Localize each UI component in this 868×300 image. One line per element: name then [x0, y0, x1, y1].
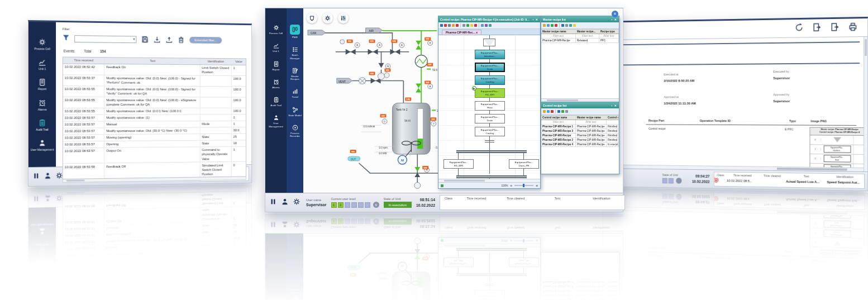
sidebar-item-process-recorder[interactable]: Process Recorder: [287, 121, 303, 142]
extended-filter-button[interactable]: Extended filter...: [189, 37, 222, 44]
sidebar-item-pid[interactable]: P&ID: [287, 21, 303, 42]
list-item[interactable]: Pharma-CIP-MR-Recipe Released PFC: [541, 39, 619, 43]
export-report-button[interactable]: [812, 22, 821, 34]
sidebar-item-batch-manager[interactable]: Batch Manager: [287, 42, 303, 64]
sfc-step[interactable]: EquipmentPha...Drain: [475, 114, 505, 123]
pause-button[interactable]: [269, 198, 277, 208]
filter-row[interactable]: Filter text Filter text: [541, 120, 619, 125]
toolbar-icon[interactable]: [452, 24, 455, 27]
list-item[interactable]: Pharma-CIP-MR-Recipe 2Pharma-CIP-MR-Reci…: [541, 138, 619, 142]
alarm-row[interactable]: 10.02.2022 08:5... Actual Speed Low A...…: [714, 178, 864, 185]
sidebar-item-process-cell[interactable]: Process Cell: [265, 21, 287, 39]
sidebar-item-report[interactable]: Report: [28, 74, 56, 94]
import-button[interactable]: [154, 36, 161, 44]
toolbar-icon[interactable]: [565, 24, 568, 27]
toolbar-icon[interactable]: [547, 110, 550, 113]
filter-row[interactable]: Filter text Filter text Filter text: [541, 34, 619, 39]
save-filter-button[interactable]: [141, 36, 149, 44]
list-item[interactable]: Pharma-CIP-MR-Recipe 3Pharma-CIP-MR-Reci…: [541, 129, 619, 134]
user-button[interactable]: [281, 198, 289, 208]
list-item[interactable]: Pharma-CIP-MR-Recipe 1Pharma-CIP-MR-Reci…: [541, 125, 619, 129]
toolbar-icon[interactable]: [573, 24, 576, 27]
export-all-button[interactable]: [830, 22, 840, 34]
toolbar-icon[interactable]: [557, 110, 560, 113]
sidebar-item-alarms[interactable]: Alarms: [265, 75, 287, 93]
sidebar-item-alarms[interactable]: Alarms: [28, 95, 56, 115]
sidebar-item-audit-trail[interactable]: Audit Trail: [265, 93, 287, 111]
sfc-step-selected[interactable]: EquipmentPha...Drain: [475, 63, 505, 72]
sfc-step[interactable]: EquipmentPha...Heat: [475, 101, 505, 111]
horizontal-scrollbar[interactable]: [438, 179, 540, 182]
filter-combobox[interactable]: [74, 35, 136, 43]
list-item[interactable]: Pharma-CIP-MR-Recipe 4Pharma-CIP-MR-Reci…: [541, 142, 619, 147]
toolbar-icon[interactable]: [485, 24, 488, 27]
refresh-button[interactable]: [795, 22, 804, 34]
sfc-step-active[interactable]: EquipmentPha...Fill_WFI: [475, 88, 505, 98]
zoom-slider[interactable]: [514, 185, 533, 186]
settings-button[interactable]: [293, 198, 301, 208]
export-button[interactable]: [165, 36, 173, 44]
toolbar-icon[interactable]: [474, 24, 477, 27]
toolbar-icon[interactable]: [444, 24, 447, 27]
toolbar-icon[interactable]: [569, 24, 572, 27]
zoom-in-icon[interactable]: ⊕: [536, 184, 538, 187]
list-item[interactable]: Pharma-CIP-MR-RecipePharma-CIP-MR-Recipe…: [541, 134, 619, 138]
toolbar-icon[interactable]: [551, 24, 554, 27]
sfc-step[interactable]: EquipmentPha...Cooling: [475, 75, 505, 85]
toolbar-icon[interactable]: [561, 110, 564, 113]
toolbar-icon[interactable]: [481, 24, 484, 27]
toolbar-icon[interactable]: [547, 24, 550, 27]
settings-button[interactable]: [322, 13, 333, 23]
print-button[interactable]: [848, 22, 858, 34]
window-buttons[interactable]: ▪ ✕: [612, 104, 617, 107]
zoom-out-icon[interactable]: ⊖: [510, 184, 512, 187]
delete-button[interactable]: [178, 36, 185, 44]
master-recipe-titlebar[interactable]: Master recipe list ▪ ✕: [541, 16, 619, 22]
sidebar-item-state-model[interactable]: State Model: [287, 103, 303, 121]
vertical-scrollbar[interactable]: [864, 37, 867, 172]
toolbar-icon[interactable]: [462, 24, 465, 27]
table-row[interactable]: 10.02.2022 08:53:58Feedback OffSimulated…: [63, 162, 246, 179]
toolbar-icon[interactable]: [543, 110, 546, 113]
sliders-button[interactable]: [338, 13, 349, 23]
sidebar-item-trend[interactable]: Trend: [287, 84, 303, 102]
toolbar-icon[interactable]: [561, 24, 564, 27]
sfc-step[interactable]: EquipmentPha...Drain_PH: [509, 159, 539, 169]
toolbar-icon[interactable]: [440, 24, 443, 27]
table-row[interactable]: 10.02.2022 08:53:57Output OnCommand to p…: [63, 147, 246, 164]
table-row[interactable]: 10.02.2022 08:53:55Modify spontaneous va…: [63, 108, 246, 115]
toolbar-icon[interactable]: [565, 110, 568, 113]
toolbar-icon[interactable]: [456, 24, 459, 27]
sidebar-item-report[interactable]: Report: [265, 57, 287, 75]
table-row[interactable]: 10.02.2022 08:52:42Feedback OnLimit Swit…: [63, 64, 246, 76]
sidebar-item-unit-1[interactable]: Unit 1: [28, 54, 56, 74]
vessel-button[interactable]: [307, 13, 317, 23]
toolbar-icon[interactable]: [543, 24, 546, 27]
table-row[interactable]: 10.02.2022 08:53:37Modify spontaneous va…: [63, 75, 246, 87]
window-buttons[interactable]: ▪ ✕: [533, 18, 538, 21]
sfc-step[interactable]: EquipmentPha...Cooling: [475, 127, 505, 136]
sidebar-item-unit-1[interactable]: Unit 1: [265, 39, 287, 56]
table-row[interactable]: 10.02.2022 08:53:55Modify spontaneous va…: [63, 86, 246, 97]
sidebar-item-user-management[interactable]: User Management: [265, 111, 287, 132]
sfc-step[interactable]: EquipmentPha...Initializat...: [475, 50, 505, 59]
sidebar-item-audit-trail[interactable]: Audit Trail: [28, 115, 56, 135]
window-buttons[interactable]: ▪ ✕: [612, 18, 617, 21]
control-recipe-titlebar[interactable]: Control recipe: Pharma-CIP-MR-Recipe 4 […: [438, 16, 540, 22]
toolbar-icon[interactable]: [555, 24, 557, 27]
close-icon[interactable]: ✕: [612, 11, 618, 17]
user-button[interactable]: [44, 172, 52, 182]
table-row[interactable]: 10.02.2022 08:53:55Modify spontaneous va…: [63, 97, 246, 108]
toolbar-icon[interactable]: [448, 24, 451, 27]
toolbar-icon[interactable]: [489, 24, 492, 27]
filter-icon[interactable]: [63, 34, 70, 44]
tab-control-recipe[interactable]: Pharma-CIP-MR-Rec... x: [442, 30, 481, 35]
sfc-step[interactable]: EquipmentPha...Fill_WFI: [443, 159, 474, 169]
settings-button[interactable]: [55, 172, 63, 182]
pause-button[interactable]: [32, 172, 40, 182]
toolbar-icon[interactable]: [470, 24, 473, 27]
toolbar-icon[interactable]: [466, 24, 469, 27]
sidebar-item-process-cell[interactable]: Process Cell: [28, 34, 56, 55]
sidebar-item-master-recipes[interactable]: Master Recipes: [287, 64, 303, 85]
control-recipe-list-titlebar[interactable]: Control recipe list ▪ ✕: [541, 102, 619, 108]
